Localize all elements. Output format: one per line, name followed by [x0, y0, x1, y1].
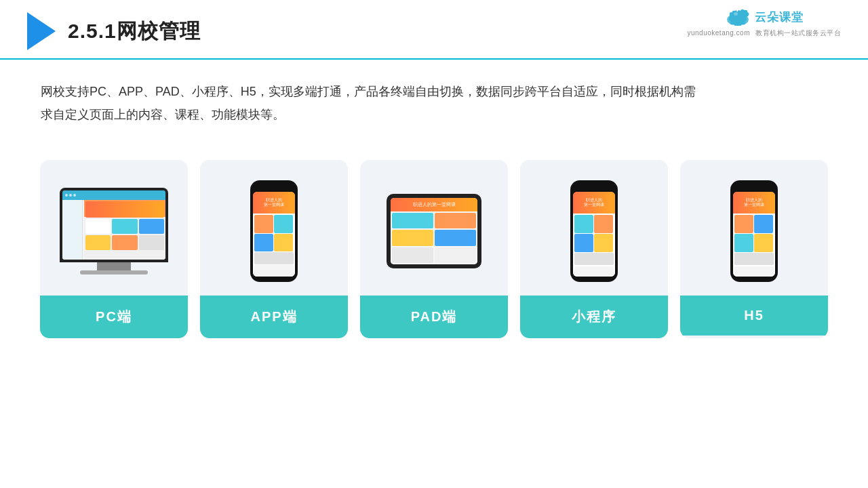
- card-h5-label: H5: [680, 296, 828, 336]
- card-h5-image: 职进人的第一堂网课: [680, 160, 828, 296]
- tablet-screen: 职进人的第一堂网课: [391, 198, 477, 264]
- svg-rect-6: [734, 24, 741, 26]
- pc-screen-outer: [60, 188, 168, 262]
- phone-screen-h5: 职进人的第一堂网课: [733, 192, 775, 277]
- phone-mockup-h5: 职进人的第一堂网课: [730, 180, 778, 282]
- title-number: 2.5.1: [68, 20, 117, 42]
- phone-mockup-app: 职进人的第一堂网课: [250, 180, 298, 282]
- tablet-mockup: 职进人的第一堂网课: [387, 194, 481, 268]
- card-pc-image: [40, 160, 188, 296]
- brand-logo: 云朵课堂 yunduoketang.com 教育机构一站式服务云平台: [687, 8, 841, 38]
- header: 2.5.1网校管理 云朵课堂 yunduoketang.com 教育机构一站式服…: [0, 0, 868, 60]
- page-title: 2.5.1网校管理: [68, 18, 201, 45]
- card-pad: 职进人的第一堂网课 PAD端: [360, 160, 508, 338]
- card-app-label: APP端: [200, 296, 348, 338]
- card-mini: 职进人的第一堂网课 小程序: [520, 160, 668, 338]
- phone-screen-app: 职进人的第一堂网课: [253, 192, 295, 277]
- pc-screen-inner: [62, 190, 165, 260]
- card-mini-label: 小程序: [520, 296, 668, 338]
- card-pad-label: PAD端: [360, 296, 508, 338]
- brand-name: 云朵课堂: [755, 9, 804, 25]
- card-pc-label: PC端: [40, 296, 188, 338]
- card-pc: PC端: [40, 160, 188, 338]
- cloud-icon: [725, 8, 751, 26]
- svg-point-7: [734, 12, 738, 16]
- logo-arrow-icon: [27, 12, 56, 50]
- brand-url: yunduoketang.com: [687, 29, 750, 37]
- pc-mockup: [60, 188, 168, 274]
- brand-cloud: 云朵课堂: [725, 8, 804, 26]
- pc-topbar: [62, 190, 165, 200]
- phone-mockup-mini: 职进人的第一堂网课: [570, 180, 618, 282]
- card-pad-image: 职进人的第一堂网课: [360, 160, 508, 296]
- card-app: 职进人的第一堂网课 APP端: [200, 160, 348, 338]
- title-text: 网校管理: [117, 20, 201, 42]
- card-h5: 职进人的第一堂网课 H5: [680, 160, 828, 338]
- cards-section: PC端 职进人的第一堂网课: [0, 140, 868, 338]
- card-mini-image: 职进人的第一堂网课: [520, 160, 668, 296]
- card-app-image: 职进人的第一堂网课: [200, 160, 348, 296]
- description-text: 网校支持PC、APP、PAD、小程序、H5，实现多端打通，产品各终端自由切换，数…: [0, 60, 746, 133]
- brand-slogan: 教育机构一站式服务云平台: [755, 28, 841, 38]
- pc-content: [62, 200, 165, 260]
- phone-screen-mini: 职进人的第一堂网课: [573, 192, 615, 277]
